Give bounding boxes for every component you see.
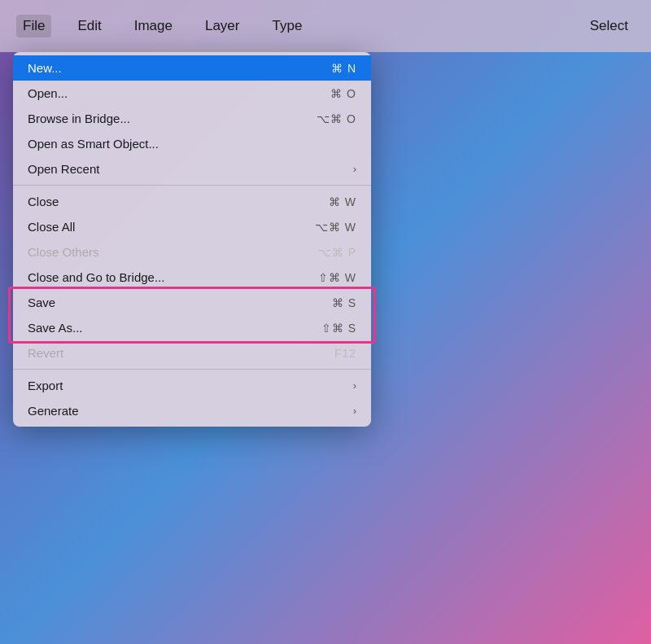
menu-item-browse-bridge[interactable]: Browse in Bridge... ⌥⌘ O [13, 106, 371, 131]
divider-2 [13, 369, 371, 370]
menu-image[interactable]: Image [128, 15, 179, 37]
menu-item-close-label: Close [28, 195, 59, 208]
menu-edit[interactable]: Edit [71, 15, 107, 37]
open-recent-arrow-icon: › [353, 163, 356, 175]
menu-item-close-all[interactable]: Close All ⌥⌘ W [13, 214, 371, 239]
menu-item-open-shortcut: ⌘ O [330, 87, 356, 100]
menu-item-generate[interactable]: Generate › [13, 398, 371, 423]
menu-item-new-label: New... [28, 61, 62, 75]
menu-layer[interactable]: Layer [199, 15, 247, 37]
menu-item-save-as-label: Save As... [28, 321, 83, 335]
export-arrow-icon: › [353, 379, 356, 392]
menu-item-close-others-label: Close Others [28, 245, 99, 259]
menu-item-generate-label: Generate [28, 404, 79, 418]
menu-item-close-all-shortcut: ⌥⌘ W [315, 221, 356, 234]
menu-item-save-as-shortcut: ⇧⌘ S [321, 322, 356, 335]
menu-item-close-shortcut: ⌘ W [329, 195, 356, 208]
menu-item-revert-label: Revert [28, 346, 63, 360]
menu-item-save-as[interactable]: Save As... ⇧⌘ S [13, 315, 371, 340]
menu-item-save-label: Save [28, 296, 55, 309]
file-dropdown: New... ⌘ N Open... ⌘ O Browse in Bridge.… [13, 52, 371, 427]
menu-item-close-bridge[interactable]: Close and Go to Bridge... ⇧⌘ W [13, 265, 371, 290]
menu-item-export[interactable]: Export › [13, 373, 371, 398]
generate-arrow-icon: › [353, 405, 356, 417]
menu-item-export-label: Export [28, 379, 63, 392]
menu-type[interactable]: Type [265, 15, 308, 37]
menu-item-open[interactable]: Open... ⌘ O [13, 81, 371, 106]
menu-item-new-shortcut: ⌘ N [331, 62, 356, 75]
menu-item-save[interactable]: Save ⌘ S [13, 290, 371, 315]
menu-item-browse-bridge-label: Browse in Bridge... [28, 112, 130, 125]
menu-item-close-all-label: Close All [28, 220, 75, 234]
menu-item-close-others-shortcut: ⌥⌘ P [318, 246, 356, 259]
menu-item-open-smart-label: Open as Smart Object... [28, 137, 159, 151]
menu-item-open-label: Open... [28, 86, 68, 100]
menu-item-close[interactable]: Close ⌘ W [13, 189, 371, 214]
menu-item-close-others: Close Others ⌥⌘ P [13, 239, 371, 265]
menu-file[interactable]: File [16, 15, 51, 37]
divider-1 [13, 185, 371, 186]
menu-item-close-bridge-shortcut: ⇧⌘ W [318, 271, 356, 284]
menu-item-revert-shortcut: F12 [334, 347, 356, 360]
menu-item-close-bridge-label: Close and Go to Bridge... [28, 270, 164, 284]
menu-item-save-shortcut: ⌘ S [332, 296, 356, 309]
menu-bar: File Edit Image Layer Type Select [0, 0, 651, 52]
menu-select[interactable]: Select [583, 15, 635, 37]
menu-item-open-smart[interactable]: Open as Smart Object... [13, 131, 371, 156]
menu-item-revert: Revert F12 [13, 340, 371, 366]
menu-item-open-recent-label: Open Recent [28, 162, 99, 176]
menu-item-browse-bridge-shortcut: ⌥⌘ O [317, 112, 356, 125]
menu-item-open-recent[interactable]: Open Recent › [13, 156, 371, 182]
menu-item-new[interactable]: New... ⌘ N [13, 55, 371, 81]
